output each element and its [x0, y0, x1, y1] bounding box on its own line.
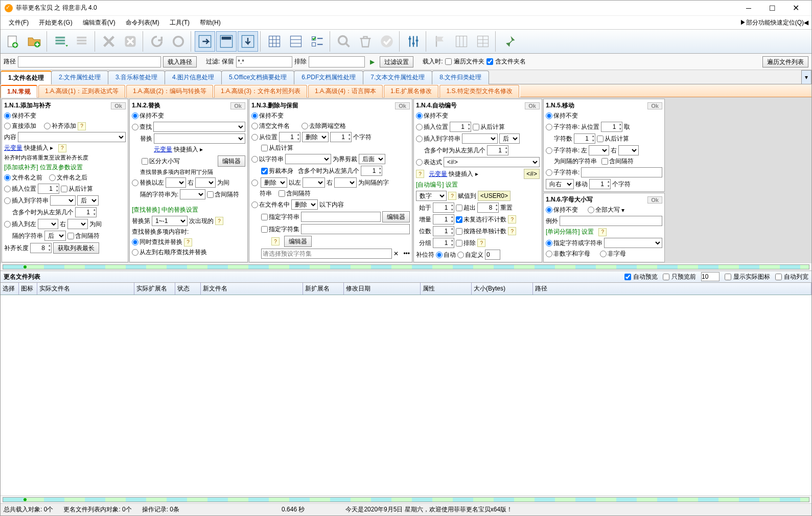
pin-button[interactable] [499, 31, 520, 52]
tab-classify[interactable]: 8.文件归类处理 [432, 71, 489, 84]
p4-keep[interactable]: 保持不变 [416, 111, 448, 120]
panel2-ok[interactable]: Ok [230, 102, 245, 109]
col-newname[interactable]: 新文件名 [201, 283, 303, 295]
p2-find[interactable]: 查找 [132, 123, 152, 131]
p3-keep[interactable]: 保持不变 [251, 111, 284, 120]
p1-keep[interactable]: 保持不变 [4, 111, 36, 120]
p1-left-sel[interactable] [38, 219, 58, 229]
p3-inname[interactable]: 在文件名中 [251, 200, 290, 209]
include-dirname-checkbox[interactable]: 含文件夹名 [486, 57, 526, 66]
p3-del-sel[interactable]: 删除 [302, 132, 329, 142]
p1-fromback[interactable]: 从后计算 [61, 185, 93, 193]
p3-specset-in[interactable] [301, 224, 410, 234]
p3-editor-btn[interactable]: 编辑器 [382, 211, 410, 222]
p4-rear[interactable]: 后 [499, 133, 520, 144]
align-top-button[interactable] [216, 31, 237, 52]
p3-rear-sel[interactable]: 后面 [359, 154, 385, 164]
p6-example-in[interactable] [560, 216, 662, 226]
p2-left-sel[interactable] [166, 177, 186, 188]
p2-nth-sel[interactable]: 1~-1 [152, 216, 188, 226]
p3-specstr-in[interactable] [301, 212, 381, 222]
p2-find-in[interactable] [153, 122, 245, 132]
clear-icon[interactable]: ✕ [393, 250, 399, 257]
new-file-button[interactable] [3, 31, 23, 52]
p3-pos[interactable]: 1 [279, 132, 300, 142]
p3-inname-sel[interactable]: 删除 [291, 199, 318, 210]
p3-del2[interactable] [251, 180, 259, 186]
menu-file[interactable]: 文件(F) [4, 17, 34, 29]
filter-settings-button[interactable]: 过滤设置 [380, 56, 413, 68]
p3-trim[interactable]: 去除两端空格 [301, 122, 346, 130]
p5-sub1[interactable]: 子字符串: [546, 123, 579, 131]
help-icon[interactable]: ? [271, 237, 280, 245]
p4-expr-in[interactable]: <#> [444, 157, 540, 167]
col-mtime[interactable]: 修改日期 [344, 283, 421, 295]
p1-rear-sel[interactable]: 后 [77, 195, 99, 206]
col-icon[interactable]: 图标 [19, 283, 37, 295]
subtab-adv1[interactable]: 1.A.高级(1)：正则表达式等 [38, 85, 125, 98]
help-icon[interactable]: ? [448, 192, 456, 200]
help-icon[interactable]: ? [477, 239, 485, 247]
more-icon[interactable]: ••• [403, 250, 410, 257]
p4-numtype[interactable]: 数字 [416, 191, 447, 201]
p2-case[interactable]: 区分大小写 [142, 157, 180, 166]
show-icon-check[interactable]: 显示实际图标 [725, 272, 770, 281]
p3-specstr[interactable]: 指定字符串 [261, 213, 299, 221]
tab-music[interactable]: 3.音乐标签处理 [108, 71, 165, 84]
p3-r[interactable] [334, 177, 357, 188]
p4-inspos[interactable]: 插入位置 [416, 123, 448, 131]
col-select[interactable]: 选择 [1, 283, 19, 295]
load-path-button[interactable]: 载入路径 [163, 56, 197, 68]
p2-meta-link[interactable]: 元变量 [154, 145, 172, 154]
p3-clear[interactable]: 清空文件名 [251, 122, 290, 130]
p4-overflow[interactable]: 超出 [456, 204, 476, 212]
p4-expr[interactable]: 表达式 [416, 158, 442, 167]
p2-right-sel[interactable] [195, 177, 216, 188]
p1-multi-n[interactable]: 1 [75, 207, 97, 217]
p3-bystr-in[interactable] [285, 154, 331, 164]
p1-quick-insert[interactable]: 快捷插入 ▸ [24, 144, 53, 152]
p2-simul[interactable]: 同时查找并替换 [132, 238, 182, 246]
p1-padlen-val[interactable]: 8 [30, 243, 52, 253]
tab-pdf[interactable]: 6.PDF文档属性处理 [294, 71, 363, 84]
p2-incsep[interactable]: 含间隔符 [207, 190, 239, 199]
p5-fromback[interactable]: 从后计算 [597, 134, 629, 143]
p5-keep[interactable]: 保持不变 [546, 111, 578, 120]
p3-fromback[interactable]: 从后计算 [261, 144, 293, 152]
p4-meta-link[interactable]: 元变量 [429, 170, 447, 178]
p3-incsep[interactable]: 含间隔符 [279, 189, 311, 198]
p3-l[interactable] [303, 177, 325, 188]
grid2-button[interactable] [286, 31, 306, 52]
align-down-button[interactable] [238, 31, 258, 52]
p1-before[interactable]: 文件名之前 [4, 173, 42, 182]
p5-mvn[interactable]: 1 [589, 179, 611, 189]
panel1-ok[interactable]: Ok [111, 102, 126, 109]
p2-replleft[interactable]: 替换以左 [132, 178, 164, 187]
p4-custom-in[interactable] [485, 250, 500, 260]
p4-norepeat[interactable]: 未复选行不计数 [456, 215, 506, 224]
p2-seq[interactable]: 从左到右顺序查找并替换 [132, 248, 207, 257]
p4-firstn[interactable]: 1 [487, 145, 508, 155]
path-input[interactable] [18, 56, 161, 68]
p3-specset[interactable]: 指定字符集 [261, 225, 299, 234]
p3-bystr[interactable]: 以字符串 [251, 155, 284, 164]
help-icon[interactable]: ? [78, 122, 86, 130]
p6-upper[interactable]: 全部大写 [588, 206, 620, 214]
p4-quick-insert[interactable]: 快捷插入 ▸ [449, 170, 478, 178]
p1-inspos-val[interactable]: 1 [38, 184, 59, 194]
p5-sub2[interactable]: 子字符串: [546, 146, 579, 155]
p1-direct-add[interactable]: 直接添加 [4, 122, 36, 130]
col-status[interactable]: 状态 [175, 283, 201, 295]
p4-exclude[interactable]: 排除 [456, 239, 476, 248]
p5-l[interactable] [589, 145, 609, 155]
p2-editor-btn[interactable]: 编辑器 [218, 155, 245, 167]
p4-auto[interactable]: 自动 [436, 251, 456, 259]
p4-fromback[interactable]: 从后计算 [473, 123, 505, 131]
maximize-button[interactable]: ☐ [760, 1, 784, 16]
panel4-ok[interactable]: Ok [525, 102, 540, 109]
p5-dir[interactable]: 向右 [546, 179, 574, 189]
panel5-ok[interactable]: Ok [647, 102, 662, 109]
p3-cutself[interactable]: 剪裁本身 [261, 167, 293, 175]
p1-instostr[interactable]: 插入到字符串 [4, 196, 49, 205]
p4-str-in[interactable] [462, 133, 498, 144]
